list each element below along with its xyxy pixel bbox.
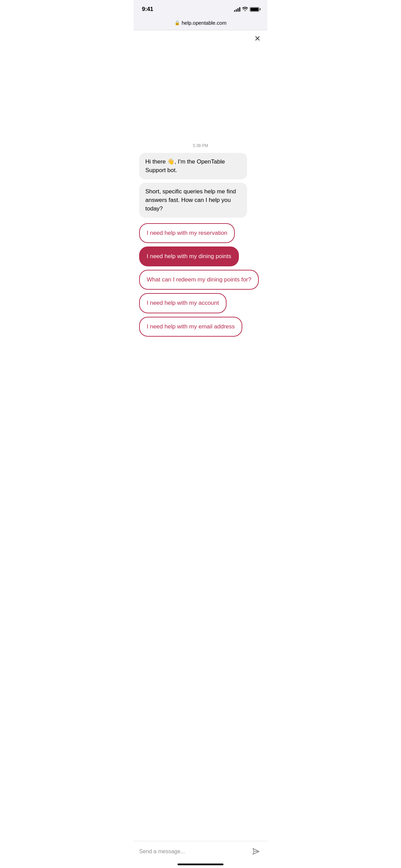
wifi-icon	[242, 7, 248, 12]
url-text: help.opentable.com	[182, 20, 227, 26]
status-bar: 9:41	[134, 0, 267, 17]
address-bar: 🔒 help.opentable.com	[134, 17, 267, 30]
chat-timestamp: 5:38 PM	[139, 143, 262, 148]
quick-replies-container: I need help with my reservation I need h…	[139, 223, 262, 342]
bot-message-1: Hi there 👋, I'm the OpenTable Support bo…	[139, 153, 247, 179]
signal-icon	[234, 7, 240, 12]
quick-reply-reservation[interactable]: I need help with my reservation	[139, 223, 235, 243]
close-bar: ✕	[134, 30, 267, 47]
quick-reply-account[interactable]: I need help with my account	[139, 293, 227, 313]
close-button[interactable]: ✕	[254, 35, 260, 43]
quick-reply-email[interactable]: I need help with my email address	[139, 317, 242, 337]
bot-message-2: Short, specific queries help me find ans…	[139, 183, 247, 218]
address-content: 🔒 help.opentable.com	[174, 20, 227, 26]
quick-reply-dining-points[interactable]: I need help with my dining points	[139, 246, 239, 266]
chat-area: 5:38 PM Hi there 👋, I'm the OpenTable Su…	[134, 47, 267, 342]
status-icons	[234, 7, 259, 12]
battery-icon	[250, 7, 259, 12]
quick-reply-redeem[interactable]: What can I redeem my dining points for?	[139, 270, 259, 290]
status-time: 9:41	[142, 6, 153, 13]
lock-icon: 🔒	[174, 20, 180, 25]
